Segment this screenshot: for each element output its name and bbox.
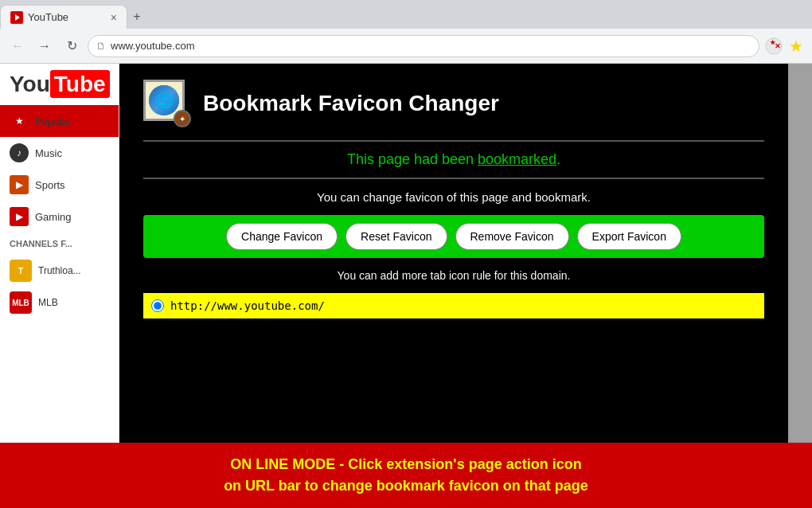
sidebar-label-popular: Popular [35, 115, 71, 127]
sidebar-item-popular[interactable]: ★ Popular [0, 105, 119, 137]
page-icon: 🗋 [96, 41, 106, 52]
tab-title: YouTube [28, 11, 106, 23]
bookmark-star-icon[interactable]: ★ [787, 37, 806, 56]
tab-favicon [10, 11, 23, 24]
sidebar-item-gaming[interactable]: ▶ Gaming [0, 201, 119, 233]
url-rule-row: http://www.youtube.com/ [143, 293, 764, 318]
svg-text:✕: ✕ [775, 42, 781, 50]
youtube-logo: YouTube [0, 64, 119, 105]
sidebar-label-gaming: Gaming [35, 211, 72, 223]
sidebar-label-music: Music [35, 147, 62, 159]
bookmarked-link[interactable]: bookmarked [478, 151, 556, 167]
channel-mlb[interactable]: MLB MLB [0, 287, 119, 318]
url-text: http://www.youtube.com/ [170, 299, 325, 312]
popup-panel: 🌐 ✦ Bookmark Favicon Changer This page h… [119, 64, 788, 443]
change-favicon-button[interactable]: Change Favicon [226, 223, 338, 250]
address-bar[interactable]: 🗋 www.youtube.com [88, 35, 759, 57]
channel-thumb-mlb: MLB [10, 291, 32, 314]
banner-line1: ON LINE MODE - Click extension's page ac… [16, 454, 796, 475]
add-rule-text: You can add more tab icon rule for this … [143, 269, 764, 282]
sidebar-item-music[interactable]: ♪ Music [0, 137, 119, 169]
popup-buttons-row: Change Favicon Reset Favicon Remove Favi… [143, 215, 764, 258]
channel-thumb-truthloader: T [10, 260, 32, 282]
tab-close-button[interactable]: × [111, 11, 117, 24]
navigation-bar: ← → ↻ 🗋 www.youtube.com ★ ✕ ★ [0, 29, 812, 64]
browser-tab[interactable]: YouTube × [0, 5, 127, 29]
channels-section-header: CHANNELS F... [0, 233, 119, 255]
extension-damaged-icon[interactable]: ★ ✕ [764, 37, 783, 56]
stamp-seal-icon: ✦ [174, 110, 191, 127]
popup-divider [143, 140, 764, 142]
channel-label-mlb: MLB [38, 297, 58, 308]
youtube-sidebar: YouTube ★ Popular ♪ Music ▶ Sports ▶ Gam… [0, 64, 119, 443]
bookmarked-message: This page had been bookmarked. [143, 151, 764, 168]
sidebar-item-sports[interactable]: ▶ Sports [0, 169, 119, 201]
bookmarked-period: . [556, 151, 560, 167]
globe-icon: 🌐 [149, 85, 179, 115]
banner-line2: on URL bar to change bookmark favicon on… [16, 475, 796, 497]
address-text: www.youtube.com [111, 40, 751, 52]
back-button[interactable]: ← [6, 35, 29, 57]
main-content-area: 🌐 ✦ Bookmark Favicon Changer This page h… [119, 64, 788, 443]
bookmarked-text-prefix: This page had been [347, 151, 478, 167]
bottom-banner: ON LINE MODE - Click extension's page ac… [0, 443, 812, 508]
popup-description: You can change favicon of this page and … [143, 190, 764, 204]
url-radio-button[interactable] [151, 299, 164, 312]
popup-divider-2 [143, 178, 764, 179]
music-icon: ♪ [10, 143, 29, 162]
popup-favicon-image: 🌐 ✦ [143, 80, 191, 127]
popup-title: Bookmark Favicon Changer [203, 91, 499, 116]
extension-icons: ★ ✕ ★ [764, 37, 806, 56]
channel-label-truthloader: Truthloa... [38, 265, 81, 276]
channel-truthloader[interactable]: T Truthloa... [0, 255, 119, 287]
refresh-button[interactable]: ↻ [61, 35, 83, 57]
new-tab-button[interactable]: + [129, 5, 145, 29]
right-panel [788, 64, 812, 443]
sidebar-label-sports: Sports [35, 179, 65, 191]
remove-favicon-button[interactable]: Remove Favicon [455, 223, 569, 250]
reset-favicon-button[interactable]: Reset Favicon [345, 223, 447, 250]
sports-icon: ▶ [10, 175, 29, 194]
popular-icon: ★ [10, 111, 29, 131]
export-favicon-button[interactable]: Export Favicon [577, 223, 681, 250]
gaming-icon: ▶ [10, 207, 29, 226]
forward-button[interactable]: → [33, 35, 56, 57]
popup-header: 🌐 ✦ Bookmark Favicon Changer [143, 80, 764, 127]
